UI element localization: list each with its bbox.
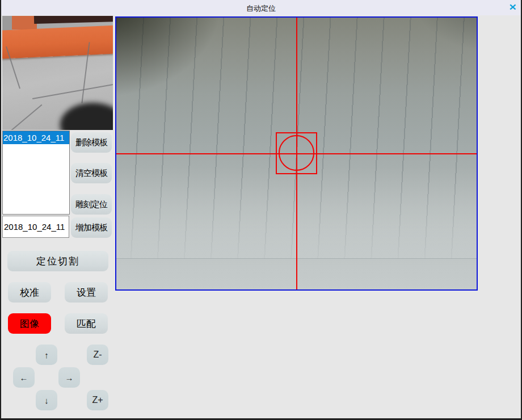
position-cut-button[interactable]: 定位切割: [7, 251, 108, 271]
photo-orange-block: [12, 16, 37, 30]
template-name-input[interactable]: [2, 216, 69, 238]
jog-down-button[interactable]: ↓: [36, 390, 57, 410]
photo-tile-grout: [11, 104, 43, 130]
template-list[interactable]: 2018_10_24_11: [2, 131, 70, 215]
photo-dark-object: [60, 103, 113, 130]
template-list-item[interactable]: 2018_10_24_11: [3, 131, 69, 144]
jog-z-plus-button[interactable]: Z+: [87, 390, 108, 410]
settings-button[interactable]: 设置: [65, 282, 108, 303]
match-button[interactable]: 匹配: [65, 313, 108, 334]
template-preview-image: [2, 16, 113, 130]
auto-position-dialog: 自动定位 ✕ 2018_10_24_11 删除模板 清空模板 雕刻定位 增加模板…: [0, 0, 522, 420]
dialog-title: 自动定位: [1, 3, 521, 14]
calibrate-button[interactable]: 校准: [8, 282, 51, 303]
photo-orange-beam: [2, 25, 113, 59]
match-region-circle: [279, 135, 314, 171]
camera-view: [115, 16, 478, 291]
add-template-button[interactable]: 增加模板: [71, 217, 112, 238]
jog-z-minus-button[interactable]: Z-: [87, 345, 108, 365]
image-button-active[interactable]: 图像: [8, 313, 51, 334]
delete-template-button[interactable]: 删除模板: [71, 132, 112, 153]
jog-left-button[interactable]: ←: [13, 367, 35, 388]
photo-dark-strip: [34, 16, 113, 24]
clear-templates-button[interactable]: 清空模板: [71, 163, 112, 183]
close-icon[interactable]: ✕: [509, 2, 517, 12]
photo-tile-grout: [32, 83, 113, 99]
engrave-position-button[interactable]: 雕刻定位: [71, 194, 112, 215]
jog-up-button[interactable]: ↑: [36, 345, 57, 365]
titlebar: 自动定位 ✕: [1, 0, 521, 15]
jog-right-button[interactable]: →: [58, 367, 80, 388]
photo-gray-corner: [2, 16, 12, 31]
